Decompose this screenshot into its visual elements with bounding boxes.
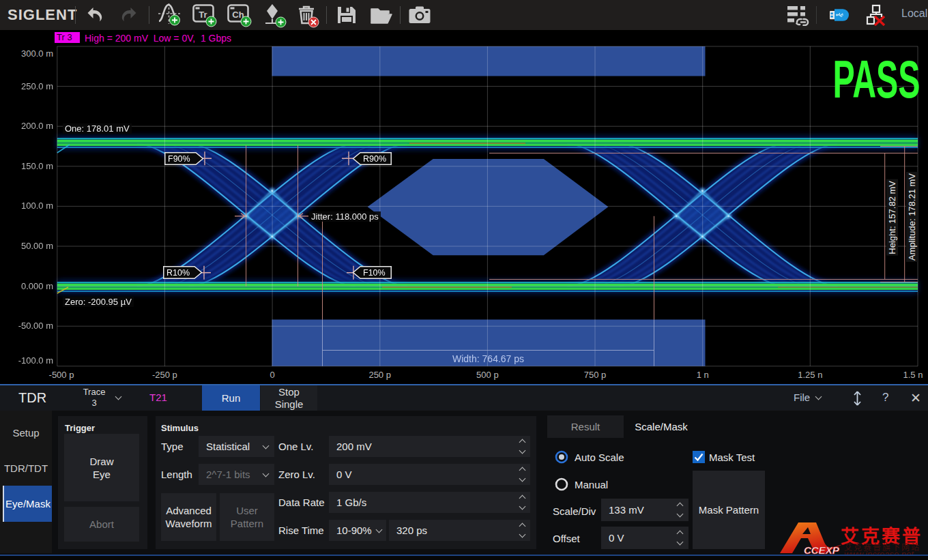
svg-text:F90%: F90% <box>168 154 190 164</box>
svg-text:R90%: R90% <box>363 154 386 164</box>
svg-text:R10%: R10% <box>166 268 190 278</box>
svg-text:Tr: Tr <box>199 10 207 20</box>
svg-text:F10%: F10% <box>363 268 386 278</box>
